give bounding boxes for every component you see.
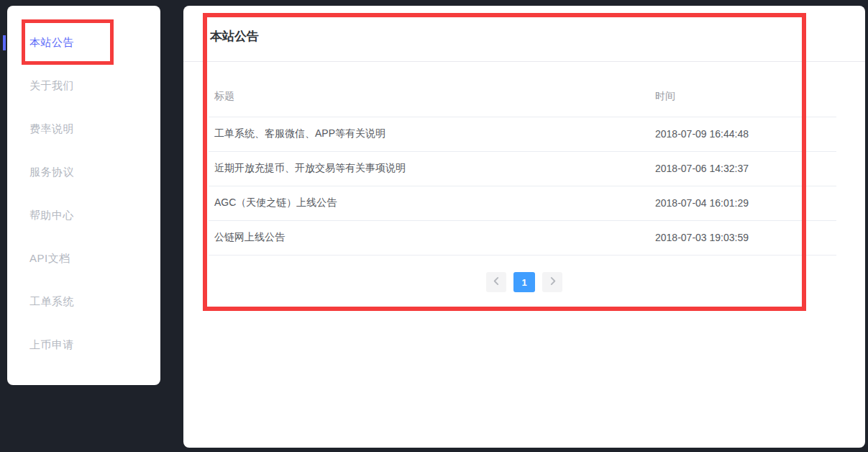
table-row: AGC（天使之链）上线公告 2018-07-04 16:01:29	[209, 186, 836, 220]
sidebar-item[interactable]: 关于我们	[7, 64, 160, 107]
sidebar-item-label: 服务协议	[29, 166, 74, 178]
row-title[interactable]: 公链网上线公告	[209, 220, 649, 255]
announcement-panel: 本站公告 标题 时间 工单系统、客服微信、APP等有关说明 2018-07-09…	[183, 6, 865, 448]
sidebar-item-label: 帮助中心	[29, 209, 74, 221]
table-header-row: 标题 时间	[209, 76, 836, 117]
row-time: 2018-07-03 19:03:59	[649, 220, 836, 255]
sidebar-item-label: 工单系统	[29, 295, 74, 307]
pagination-page-1[interactable]: 1	[513, 272, 535, 292]
row-title[interactable]: 近期开放充提币、开放交易等有关事项说明	[209, 151, 649, 186]
sidebar-item[interactable]: 工单系统	[7, 280, 160, 323]
row-time: 2018-07-04 16:01:29	[649, 186, 836, 220]
row-time: 2018-07-09 16:44:48	[649, 117, 836, 151]
sidebar-item-label: 上币申请	[29, 338, 74, 351]
sidebar-item-label: 费率说明	[29, 122, 74, 135]
page-background: 本站公告 关于我们 费率说明 服务协议 帮助中心 API文档 工单系统 上币申请…	[0, 0, 868, 452]
sidebar-item[interactable]: 本站公告	[7, 21, 160, 64]
sidebar-item[interactable]: 服务协议	[7, 150, 160, 194]
chevron-right-icon	[548, 276, 557, 288]
announcement-table-body: 工单系统、客服微信、APP等有关说明 2018-07-09 16:44:48 近…	[209, 117, 836, 255]
panel-title: 本站公告	[210, 28, 259, 45]
sidebar-item-label: 关于我们	[29, 79, 74, 91]
row-title[interactable]: AGC（天使之链）上线公告	[209, 186, 649, 220]
row-title[interactable]: 工单系统、客服微信、APP等有关说明	[209, 117, 649, 151]
table-row: 工单系统、客服微信、APP等有关说明 2018-07-09 16:44:48	[209, 117, 836, 151]
table-row: 公链网上线公告 2018-07-03 19:03:59	[209, 220, 836, 255]
sidebar-item[interactable]: 帮助中心	[7, 194, 160, 237]
sidebar-item[interactable]: 费率说明	[7, 107, 160, 150]
sidebar-nav: 本站公告 关于我们 费率说明 服务协议 帮助中心 API文档 工单系统 上币申请	[7, 6, 160, 385]
pagination-prev-button[interactable]	[486, 272, 506, 292]
pagination-next-button[interactable]	[542, 272, 562, 292]
chevron-left-icon	[492, 276, 501, 288]
announcement-table: 标题 时间 工单系统、客服微信、APP等有关说明 2018-07-09 16:4…	[209, 76, 836, 256]
row-time: 2018-07-06 14:32:37	[649, 151, 836, 186]
sidebar-active-indicator	[3, 35, 6, 50]
column-header-title: 标题	[209, 76, 649, 117]
column-header-time: 时间	[649, 76, 836, 117]
sidebar-item-label: API文档	[29, 252, 70, 264]
sidebar-item[interactable]: API文档	[7, 237, 160, 280]
sidebar-item-label: 本站公告	[29, 36, 74, 48]
sidebar-item[interactable]: 上币申请	[7, 323, 160, 366]
pagination: 1	[183, 272, 865, 292]
table-row: 近期开放充提币、开放交易等有关事项说明 2018-07-06 14:32:37	[209, 151, 836, 186]
title-divider	[183, 61, 865, 62]
